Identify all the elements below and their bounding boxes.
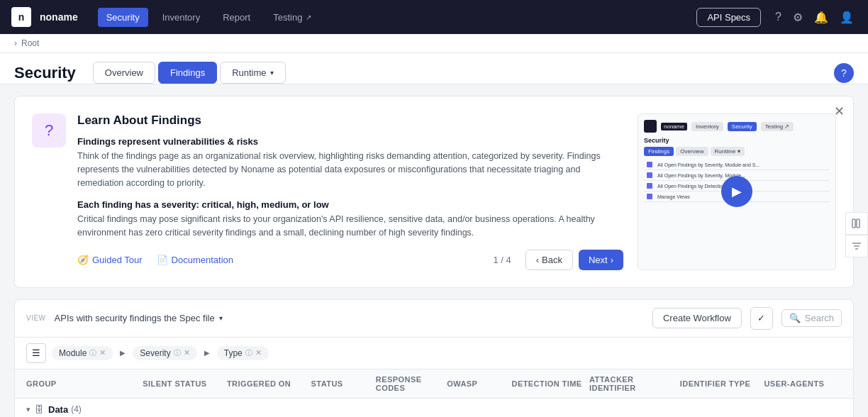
breadcrumb-chevron: › <box>14 38 17 48</box>
help-icon[interactable]: ? <box>772 8 784 26</box>
section1-desc: Think of the findings page as an organiz… <box>77 150 623 189</box>
remove-type-chip[interactable]: ✕ <box>255 348 262 357</box>
logo-name: noname <box>40 11 78 23</box>
pagination-info: 1 / 4 <box>493 255 511 265</box>
page-header: Security Overview Findings Runtime ▾ ? <box>0 53 868 84</box>
back-button[interactable]: ‹ Back <box>525 250 573 270</box>
th-user-agents: User-Agents <box>764 379 842 388</box>
count-label: (4) <box>71 404 82 414</box>
database-icon: 🗄 <box>35 404 44 415</box>
page-title: Security <box>14 64 76 82</box>
preview-security-title: Security <box>644 137 830 144</box>
nav-testing[interactable]: Testing ↗ <box>265 8 320 27</box>
table-row: ▾ 🗄 Data (4) <box>15 399 853 417</box>
logo-letter: n <box>18 11 25 23</box>
breadcrumb-root: Root <box>21 38 39 48</box>
chip-type: Type ⓘ ✕ <box>217 346 269 360</box>
learn-card-icon: ? <box>32 113 66 148</box>
th-owasp: OWASP <box>447 379 511 388</box>
nav-inventory[interactable]: Inventory <box>154 8 208 27</box>
top-navigation: n noname Security Inventory Report Testi… <box>0 0 868 34</box>
th-silent-status: Silent Status <box>143 379 227 388</box>
check-icon-button[interactable]: ✓ <box>750 307 773 330</box>
logo-box: n <box>11 7 31 27</box>
settings-icon[interactable]: ⚙ <box>790 8 806 27</box>
th-status: Status <box>311 379 376 388</box>
svg-rect-0 <box>852 219 855 228</box>
learn-title: Learn About Findings <box>77 113 623 128</box>
section2-heading: Each finding has a severity: critical, h… <box>77 199 623 210</box>
remove-module-chip[interactable]: ✕ <box>99 348 106 357</box>
next-button[interactable]: Next › <box>579 250 623 270</box>
tab-runtime[interactable]: Runtime ▾ <box>220 62 285 84</box>
th-group: Group <box>26 379 143 388</box>
play-button[interactable]: ▶ <box>721 176 752 207</box>
group-label: Data <box>48 404 68 415</box>
page-header-right: ? <box>834 63 854 83</box>
expand-button[interactable]: ▾ <box>26 405 30 414</box>
notifications-icon[interactable]: 🔔 <box>811 8 831 27</box>
preview-row-1: All Open Findings by Severity, Module an… <box>644 160 830 170</box>
th-identifier-type: Identifier Type <box>680 379 764 388</box>
th-triggered-on: Triggered On <box>227 379 311 388</box>
remove-severity-chip[interactable]: ✕ <box>184 348 190 357</box>
nav-buttons: ‹ Back Next › <box>525 250 623 270</box>
columns-icon-button[interactable] <box>845 212 868 235</box>
svg-rect-1 <box>857 219 859 228</box>
chevron-left-icon: ‹ <box>536 255 539 265</box>
preview-logo <box>644 120 657 133</box>
create-workflow-button[interactable]: Create Workflow <box>652 308 742 328</box>
tab-group: Overview Findings Runtime ▾ <box>93 62 286 84</box>
view-select[interactable]: APIs with security findings the Spec fil… <box>55 313 223 323</box>
user-icon[interactable]: 👤 <box>837 8 857 27</box>
learn-card: ✕ ? Learn About Findings Findings repres… <box>14 96 854 288</box>
filter-menu-button[interactable]: ☰ <box>26 343 46 363</box>
nav-security[interactable]: Security <box>98 8 148 27</box>
doc-icon: 📄 <box>157 255 168 265</box>
learn-actions: 🧭 Guided Tour 📄 Documentation 1 / 4 ‹ Ba… <box>77 250 623 270</box>
guided-tour-link[interactable]: 🧭 Guided Tour <box>77 255 143 265</box>
dropdown-arrow-icon: ▾ <box>219 314 223 322</box>
filter-bar: ☰ Module ⓘ ✕ ▶ Severity ⓘ ✕ ▶ Type ⓘ ✕ <box>14 338 854 369</box>
table-header: Group Silent Status Triggered On Status … <box>14 369 854 399</box>
arrow-icon: ▶ <box>120 349 126 357</box>
external-link-icon: ↗ <box>306 13 311 21</box>
arrow-icon-2: ▶ <box>204 349 210 357</box>
section1-heading: Findings represent vulnerabilities & ris… <box>77 136 623 147</box>
main-content: ✕ ? Learn About Findings Findings repres… <box>0 84 868 417</box>
table-body: ▾ 🗄 Data (4) ▾ Low (4) ▾ Data Policy Vio… <box>14 399 854 417</box>
filters-icon-button[interactable] <box>845 235 868 257</box>
tab-overview[interactable]: Overview <box>93 62 155 84</box>
search-box[interactable]: 🔍 Search <box>781 309 842 327</box>
chevron-down-icon: ▾ <box>270 69 274 77</box>
th-response-codes: Response Codes <box>376 375 447 392</box>
compass-icon: 🧭 <box>77 255 89 265</box>
th-detection-time: Detection Time <box>512 379 590 388</box>
preview-panel: noname Inventory Security Testing ↗ Secu… <box>638 113 836 270</box>
api-specs-button[interactable]: API Specs <box>696 8 761 27</box>
page-help-button[interactable]: ? <box>834 63 854 83</box>
right-side-icons <box>845 212 868 257</box>
chevron-right-icon: › <box>611 255 613 265</box>
tab-findings[interactable]: Findings <box>158 62 217 84</box>
view-bar: View APIs with security findings the Spe… <box>14 299 854 338</box>
documentation-link[interactable]: 📄 Documentation <box>157 255 233 265</box>
chip-module: Module ⓘ ✕ <box>52 346 113 360</box>
preview-nav: noname Inventory Security Testing ↗ <box>644 120 830 133</box>
breadcrumb: › Root <box>0 34 868 53</box>
nav-report[interactable]: Report <box>214 8 259 27</box>
chip-severity: Severity ⓘ ✕ <box>133 346 196 360</box>
th-attacker-identifier: Attacker Identifier <box>589 375 680 392</box>
view-label: View <box>26 314 46 322</box>
section2-desc: Critical findings may pose significant r… <box>77 213 623 240</box>
learn-card-content: Learn About Findings Findings represent … <box>77 113 623 270</box>
search-icon: 🔍 <box>789 313 801 323</box>
